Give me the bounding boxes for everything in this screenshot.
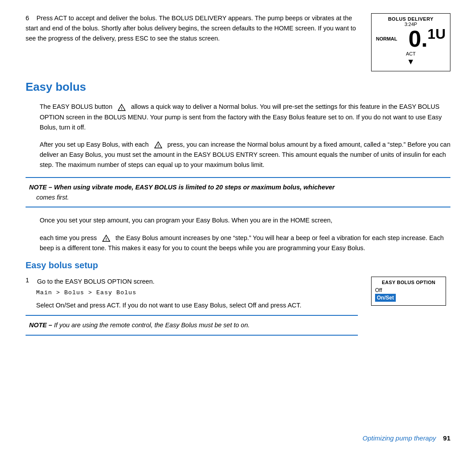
- para4-post: the Easy Bolus amount increases by one “…: [40, 234, 444, 252]
- option-on-set-label: On/Set: [375, 294, 396, 302]
- step1-number: 1: [26, 277, 33, 287]
- normal-label: NORMAL: [376, 36, 397, 41]
- footer: Optimizing pump therapy 91: [363, 434, 450, 442]
- svg-text:!: !: [105, 237, 107, 241]
- easy-bolus-setup-heading: Easy bolus setup: [26, 260, 450, 270]
- footer-text: Optimizing pump therapy: [363, 434, 436, 442]
- bolus-number: 0.1U: [409, 27, 446, 50]
- device-title: BOLUS DELIVERY: [376, 16, 446, 22]
- vibrate-warning-text: NOTE – When using vibrate mode, EASY BOL…: [29, 182, 447, 202]
- step6-text-block: 6 Press ACT to accept and deliver the bo…: [26, 13, 358, 44]
- option-box-title: EASY BOLUS OPTION: [375, 280, 442, 285]
- remote-note-strong: NOTE –: [29, 322, 52, 329]
- remote-note-content: If you are using the remote control, the…: [54, 322, 249, 329]
- step1-path: Main > Bolus > Easy Bolus: [36, 289, 358, 296]
- alert-icon-2: !: [154, 141, 164, 148]
- setup-instructions: 1 Go to the EASY BOLUS OPTION screen. Ma…: [26, 277, 358, 344]
- easy-bolus-para4: each time you press ! the Easy Bolus amo…: [40, 233, 450, 253]
- svg-text:!: !: [157, 144, 159, 148]
- alert-icon-3: !: [102, 234, 112, 241]
- act-label: ACT: [376, 51, 446, 56]
- vibrate-warning-box: NOTE – When using vibrate mode, EASY BOL…: [26, 177, 450, 207]
- step6-section: 6 Press ACT to accept and deliver the bo…: [26, 13, 450, 71]
- bolus-delivery-display: BOLUS DELIVERY 3:24P NORMAL 0.1U ACT ▼: [371, 13, 450, 71]
- remote-note-text: NOTE – If you are using the remote contr…: [29, 320, 354, 330]
- alert-icon-1: !: [118, 103, 127, 110]
- device-row: NORMAL 0.1U: [376, 27, 446, 50]
- easy-bolus-option-box: EASY BOLUS OPTION Off On/Set: [371, 277, 446, 306]
- step1-text: Go to the EASY BOLUS OPTION screen.: [37, 277, 154, 287]
- arrow-down-icon: ▼: [376, 57, 446, 67]
- step6-body: Press ACT to accept and deliver the bolu…: [26, 15, 356, 42]
- para4-pre: each time you press: [40, 234, 97, 241]
- option-box-container: EASY BOLUS OPTION Off On/Set: [371, 277, 450, 344]
- step6-number: 6: [26, 15, 29, 22]
- para2-pre: After you set up Easy Bolus, with each: [40, 141, 149, 148]
- para1-pre: The EASY BOLUS button: [40, 103, 112, 110]
- footer-page: 91: [443, 434, 450, 442]
- easy-bolus-para3: Once you set your step amount, you can p…: [40, 215, 450, 226]
- option-on-set: On/Set: [375, 294, 442, 302]
- note-strong: NOTE – When using vibrate mode, EASY BOL…: [29, 184, 335, 191]
- easy-bolus-setup-section: 1 Go to the EASY BOLUS OPTION screen. Ma…: [26, 277, 450, 344]
- easy-bolus-para1: The EASY BOLUS button ! allows a quick w…: [40, 102, 450, 133]
- easy-bolus-para2: After you set up Easy Bolus, with each !…: [40, 140, 450, 170]
- option-off: Off: [375, 287, 442, 294]
- step1-row: 1 Go to the EASY BOLUS OPTION screen.: [26, 277, 358, 287]
- remote-note-box: NOTE – If you are using the remote contr…: [26, 315, 358, 335]
- note-italic: comes first.: [36, 194, 69, 201]
- svg-text:!: !: [121, 106, 123, 111]
- easy-bolus-heading: Easy bolus: [26, 80, 450, 94]
- step1-instruction: Select On/Set and press ACT. If you do n…: [36, 300, 358, 311]
